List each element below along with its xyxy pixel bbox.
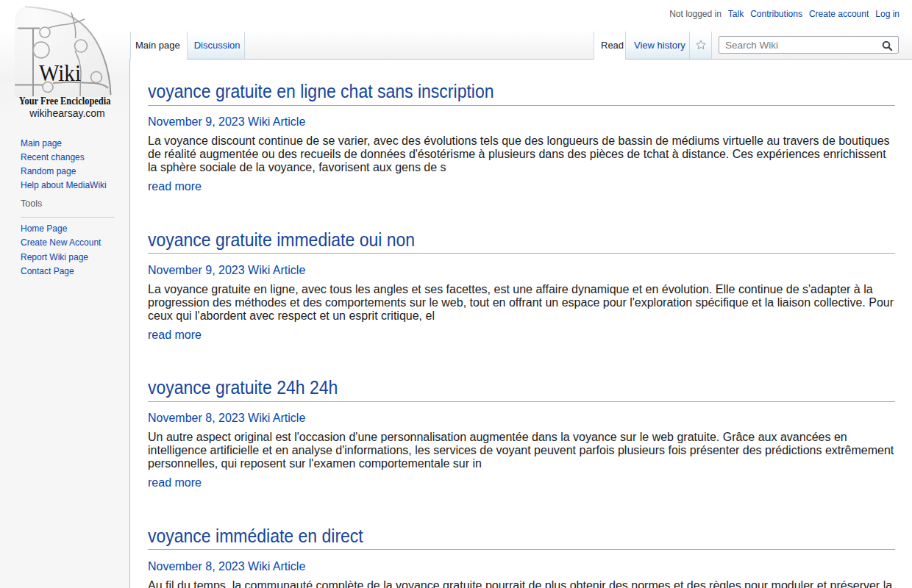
svg-text:Wiki: Wiki [39, 60, 81, 86]
